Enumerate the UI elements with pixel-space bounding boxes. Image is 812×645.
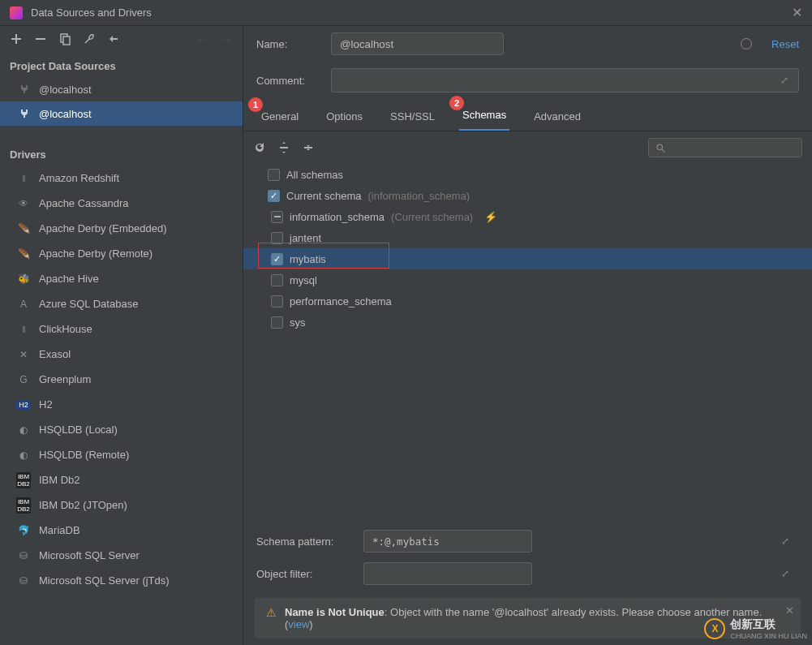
close-icon[interactable]: ✕	[785, 604, 794, 617]
content-panel: Name: Reset Comment: ⤢ 1 General Options…	[243, 26, 812, 645]
driver-item[interactable]: ◐HSQLDB (Remote)	[0, 442, 243, 467]
data-source-item[interactable]: @localhost	[0, 101, 243, 126]
driver-item[interactable]: H2H2	[0, 392, 243, 417]
data-source-label: @localhost	[39, 84, 92, 96]
schema-tree: All schemas Current schema (information_…	[243, 164, 812, 333]
color-ring-icon[interactable]	[741, 38, 752, 49]
expand-icon[interactable]: ⤢	[780, 75, 792, 86]
view-link[interactable]: view	[288, 618, 309, 630]
driver-item[interactable]: 🐬MariaDB	[0, 518, 243, 543]
checkbox[interactable]	[268, 169, 280, 181]
add-icon[interactable]	[10, 32, 23, 45]
tab-options[interactable]: Options	[323, 102, 366, 131]
driver-item[interactable]: ✕Exasol	[0, 342, 243, 367]
driver-item[interactable]: ⦀Amazon Redshift	[0, 166, 243, 191]
section-project-sources: Project Data Sources	[0, 52, 243, 77]
remove-icon[interactable]	[34, 32, 47, 45]
driver-icon: IBMDB2	[16, 497, 31, 514]
schema-row-mybatis[interactable]: mybatis	[243, 248, 812, 269]
schema-toolbar	[243, 131, 812, 164]
checkbox[interactable]	[271, 253, 283, 265]
titlebar: Data Sources and Drivers ✕	[0, 0, 812, 26]
driver-item[interactable]: ⛁Microsoft SQL Server (jTds)	[0, 568, 243, 593]
checkbox[interactable]	[271, 232, 283, 244]
svg-rect-0	[36, 38, 45, 40]
section-drivers: Drivers	[0, 140, 243, 166]
driver-icon: 👁	[16, 198, 31, 209]
schema-row[interactable]: jantent	[243, 227, 812, 248]
schema-row[interactable]: information_schema (Current schema) ⚡	[243, 206, 812, 227]
watermark: X 创新互联 CHUANG XIN HU LIAN	[704, 617, 807, 640]
driver-icon: ◐	[16, 449, 31, 461]
copy-icon[interactable]	[58, 32, 71, 45]
expand-icon[interactable]: ⤢	[781, 568, 793, 579]
driver-item[interactable]: GGreenplum	[0, 367, 243, 392]
schema-row[interactable]: performance_schema	[243, 290, 812, 312]
checkbox[interactable]	[268, 190, 280, 202]
data-source-item[interactable]: @localhost	[0, 77, 243, 101]
schema-row[interactable]: mysql	[243, 269, 812, 290]
checkbox[interactable]	[271, 316, 283, 329]
plug-icon	[18, 83, 31, 96]
badge: 2	[449, 96, 464, 110]
checkbox[interactable]	[271, 211, 283, 223]
schema-row-all[interactable]: All schemas	[243, 164, 812, 185]
driver-item[interactable]: 🪶Apache Derby (Embedded)	[0, 216, 243, 241]
svg-line-4	[662, 149, 664, 152]
sidebar: ← → Project Data Sources @localhost @loc…	[0, 26, 243, 645]
collapse-all-icon[interactable]	[302, 141, 315, 154]
warning-icon: ⚠	[266, 606, 277, 630]
driver-item[interactable]: ⛁Microsoft SQL Server	[0, 543, 243, 568]
data-source-label: @localhost	[39, 108, 92, 120]
schema-search-input[interactable]	[648, 138, 802, 157]
badge: 1	[248, 97, 263, 112]
driver-icon: ⦀	[16, 173, 31, 184]
checkbox[interactable]	[271, 295, 283, 307]
comment-input[interactable]: ⤢	[331, 68, 799, 92]
tab-bar: 1 General Options SSH/SSL 2 Schemas Adva…	[243, 99, 812, 131]
schema-pattern-input[interactable]	[363, 530, 532, 553]
comment-label: Comment:	[256, 75, 331, 87]
app-icon	[10, 6, 23, 19]
driver-item[interactable]: ⦀ClickHouse	[0, 316, 243, 342]
driver-icon: A	[16, 299, 31, 310]
expand-icon[interactable]: ⤢	[781, 535, 793, 547]
schema-pattern-label: Schema pattern:	[256, 535, 363, 548]
driver-item[interactable]: IBMDB2IBM Db2 (JTOpen)	[0, 492, 243, 518]
driver-item[interactable]: 👁Apache Cassandra	[0, 191, 243, 216]
name-label: Name:	[256, 38, 331, 50]
driver-icon: ⛁	[16, 550, 31, 561]
driver-item[interactable]: 🪶Apache Derby (Remote)	[0, 241, 243, 266]
search-icon	[655, 143, 666, 153]
tab-schemas[interactable]: 2 Schemas	[459, 101, 509, 131]
driver-icon: 🪶	[16, 223, 31, 234]
driver-item[interactable]: IBMDB2IBM Db2	[0, 467, 243, 492]
tab-general[interactable]: 1 General	[258, 102, 302, 131]
schema-row[interactable]: sys	[243, 312, 812, 333]
object-filter-label: Object filter:	[256, 568, 363, 580]
checkbox[interactable]	[271, 274, 283, 286]
reset-link[interactable]: Reset	[771, 38, 799, 50]
revert-icon[interactable]	[107, 32, 120, 45]
schema-row-current[interactable]: Current schema (information_schema)	[243, 185, 812, 206]
svg-point-3	[657, 144, 663, 150]
expand-all-icon[interactable]	[277, 141, 290, 154]
driver-icon: H2	[16, 400, 31, 410]
driver-item[interactable]: 🐝Apache Hive	[0, 266, 243, 291]
nav-forward-icon: →	[220, 32, 233, 45]
close-icon[interactable]: ✕	[792, 5, 802, 20]
name-input[interactable]	[331, 32, 504, 55]
nav-back-icon: ←	[195, 32, 208, 45]
driver-item[interactable]: AAzure SQL Database	[0, 291, 243, 316]
driver-icon: G	[16, 374, 31, 385]
sidebar-toolbar: ← →	[0, 26, 243, 52]
driver-icon: ⦀	[16, 324, 31, 335]
driver-icon: 🐝	[16, 273, 31, 285]
wrench-icon[interactable]	[83, 32, 96, 45]
tab-advanced[interactable]: Advanced	[531, 102, 584, 131]
object-filter-input[interactable]	[363, 562, 532, 585]
driver-item[interactable]: ◐HSQLDB (Local)	[0, 417, 243, 442]
driver-icon: ◐	[16, 424, 31, 436]
refresh-icon[interactable]	[253, 141, 266, 154]
tab-ssh-ssl[interactable]: SSH/SSL	[387, 102, 438, 131]
